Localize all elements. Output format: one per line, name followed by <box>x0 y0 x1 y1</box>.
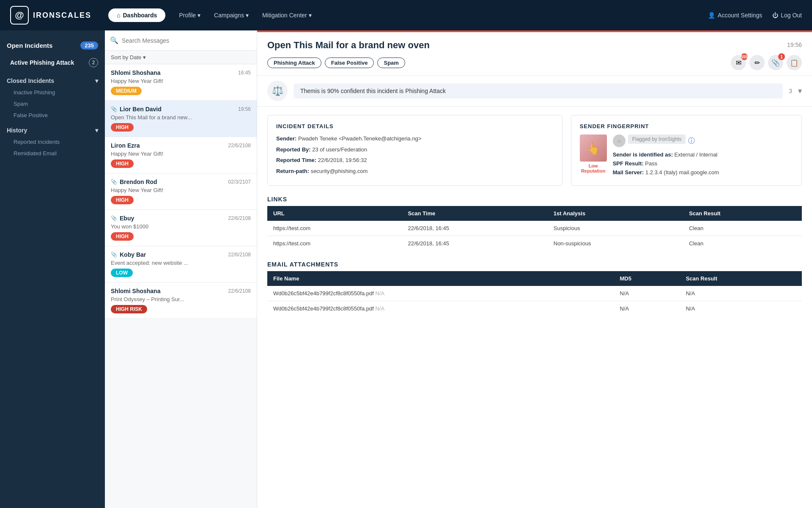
attachments-table: File Name MD5 Scan Result Wd0b26c5bf42e4… <box>267 271 802 316</box>
message-preview: Open This Mail for a brand new... <box>111 114 251 121</box>
email-icon: ✉ <box>736 59 741 67</box>
sidebar-item-reported-incidents[interactable]: Reported Incidents <box>0 136 105 148</box>
att-result: N/A <box>680 301 802 316</box>
attachment-icon-button[interactable]: 📎 1 <box>768 55 783 70</box>
link-url: https://test.com <box>267 221 402 236</box>
tag-spam[interactable]: Spam <box>377 58 405 68</box>
message-item[interactable]: 📎 Ebuy 22/6/2108 You won $1000 HIGH <box>105 210 257 246</box>
power-icon: ⏻ <box>772 12 778 19</box>
fp-avatar: ○ <box>613 135 625 147</box>
detail-content: INCIDENT DETAILS Sender: Pwadeh Teneke <… <box>257 107 812 508</box>
logout-link[interactable]: ⏻ Log Out <box>772 12 802 19</box>
flagged-bar: Flagged by IronSights <box>628 135 686 144</box>
main-layout: Open Incidents 235 Active Phishing Attac… <box>0 30 812 508</box>
message-preview: Print Odyssey – Printing Sur... <box>111 296 251 302</box>
table-row: Wd0b26c5bf42e4b799f2cf8c8f0550fa.pdf N/A… <box>267 286 802 301</box>
message-preview: You won $1000 <box>111 223 251 230</box>
themis-count: 3 <box>789 88 792 94</box>
search-input[interactable] <box>122 37 252 44</box>
chevron-down-icon: ▾ <box>143 54 146 60</box>
email-icon-button[interactable]: ✉ 555 <box>731 55 746 70</box>
message-time: 16:45 <box>238 70 251 76</box>
email-badge: 555 <box>741 53 748 60</box>
links-table: URL Scan Time 1st Analysis Scan Result h… <box>267 206 802 251</box>
table-row: Wd0b26c5bf42e4b799f2cf8c8f0550fa.pdf N/A… <box>267 301 802 316</box>
notes-icon-button[interactable]: 📋 <box>787 55 802 70</box>
message-badge: HIGH <box>111 196 134 204</box>
themis-message: Themis is 90% confident this incident is… <box>294 83 783 99</box>
link-scan-time: 22/6/2018, 16:45 <box>402 236 547 251</box>
person-icon: 👤 <box>708 12 715 19</box>
message-badge: HIGH <box>111 159 134 168</box>
attachment-badge: 1 <box>778 53 785 60</box>
history-group[interactable]: History ▾ <box>0 121 105 136</box>
detail-action-icons: ✉ 555 ✏ 📎 1 📋 <box>731 55 802 70</box>
mitigation-center-nav-link[interactable]: Mitigation Center ▾ <box>262 12 312 19</box>
fingerprint-icon: 👆 <box>586 141 601 155</box>
sidebar: Open Incidents 235 Active Phishing Attac… <box>0 30 105 508</box>
dashboards-nav-button[interactable]: ⌂ Dashboards <box>108 8 165 22</box>
logo-icon: @ <box>10 6 29 25</box>
active-phishing-count-badge: 2 <box>89 58 98 67</box>
edit-icon: ✏ <box>754 59 760 67</box>
incident-info-row: INCIDENT DETAILS Sender: Pwadeh Teneke <… <box>267 115 802 186</box>
incident-reported-time: Reported Time: 22/6/2018, 19:56:32 <box>276 156 554 165</box>
message-badge: HIGH <box>111 123 134 132</box>
link-analysis: Suspicious <box>548 221 683 236</box>
message-list-pane: 🔍 Sort by Date ▾ Shlomi Shoshana 16:45 H… <box>105 30 257 508</box>
topnav: @ IRONSCALES ⌂ Dashboards Profile ▾ Camp… <box>0 0 812 30</box>
sort-bar[interactable]: Sort by Date ▾ <box>105 51 257 64</box>
links-section-title: LINKS <box>267 196 802 203</box>
message-item[interactable]: 📎 Brendon Rod 02/3/2107 Happy New Year G… <box>105 173 257 210</box>
open-incidents-header: Open Incidents 235 <box>0 37 105 54</box>
tag-phishing-attack[interactable]: Phishing Attack <box>267 58 321 68</box>
sidebar-item-remidiated-email[interactable]: Remidiated Email <box>0 148 105 159</box>
detail-header: Open This Mail for a brand new oven 19:5… <box>257 30 812 76</box>
search-bar: 🔍 <box>105 30 257 51</box>
message-item[interactable]: Liron Ezra 22/6/2108 Happy New Year Gift… <box>105 137 257 173</box>
incident-sender: Sender: Pwadeh Teneke <Pwadeh.Teneke@atc… <box>276 135 554 143</box>
detail-time: 19:56 <box>787 40 802 48</box>
info-icon[interactable]: ⓘ <box>688 137 695 146</box>
campaigns-nav-link[interactable]: Campaigns ▾ <box>214 12 249 19</box>
table-row: https://test.com 22/6/2018, 16:45 Suspic… <box>267 221 802 236</box>
sidebar-item-false-positive[interactable]: False Positive <box>0 110 105 121</box>
home-icon: ⌂ <box>117 12 120 19</box>
message-badge: LOW <box>111 269 133 277</box>
themis-expand-icon[interactable]: ▾ <box>798 86 802 96</box>
message-sender: 📎 Koby Bar <box>111 251 146 258</box>
message-item[interactable]: Shlomi Shoshana 22/6/2108 Print Odyssey … <box>105 283 257 319</box>
attachment-icon: 📎 <box>771 59 780 67</box>
edit-icon-button[interactable]: ✏ <box>749 55 765 70</box>
chevron-down-icon: ▾ <box>95 77 98 84</box>
message-item[interactable]: 📎 Lior Ben David 19:56 Open This Mail fo… <box>105 101 257 137</box>
sender-fingerprint-box: SENDER FINGERPRINT 👆 LowReputation ○ Fla… <box>571 115 802 186</box>
profile-nav-link[interactable]: Profile ▾ <box>179 12 200 19</box>
nav-right: 👤 Account Settings ⏻ Log Out <box>708 12 802 19</box>
sidebar-item-spam[interactable]: Spam <box>0 98 105 110</box>
att-md5: N/A <box>614 301 680 316</box>
att-result: N/A <box>680 286 802 301</box>
message-item[interactable]: 📎 Koby Bar 22/6/2108 Event accepted: new… <box>105 246 257 283</box>
clip-icon: 📎 <box>111 215 117 221</box>
message-sender: 📎 Ebuy <box>111 215 134 222</box>
table-row: https://test.com 22/6/2018, 16:45 Non-su… <box>267 236 802 251</box>
links-col-result: Scan Result <box>683 206 802 221</box>
links-col-url: URL <box>267 206 402 221</box>
sender-fingerprint-title: SENDER FINGERPRINT <box>580 123 793 129</box>
account-settings-link[interactable]: 👤 Account Settings <box>708 12 762 19</box>
sidebar-item-inactive-phishing[interactable]: Inactive Phishing <box>0 87 105 98</box>
closed-incidents-group[interactable]: Closed Incidents ▾ <box>0 71 105 87</box>
reputation-label: LowReputation <box>581 163 605 173</box>
detail-title: Open This Mail for a brand new oven <box>267 40 430 51</box>
tag-false-positive[interactable]: False Positive <box>325 58 374 68</box>
message-sender: 📎 Brendon Rod <box>111 178 157 185</box>
sidebar-item-active-phishing[interactable]: Active Phishing Attack 2 <box>0 54 105 71</box>
incident-details-box: INCIDENT DETAILS Sender: Pwadeh Teneke <… <box>267 115 562 186</box>
open-incidents-badge: 235 <box>80 41 98 49</box>
fp-right-content: ○ Flagged by IronSights ⓘ Sender is iden… <box>613 135 793 177</box>
att-md5: N/A <box>614 286 680 301</box>
message-item[interactable]: Shlomi Shoshana 16:45 Happy New Year Gif… <box>105 64 257 101</box>
message-badge: MEDIUM <box>111 87 142 95</box>
links-col-analysis: 1st Analysis <box>548 206 683 221</box>
